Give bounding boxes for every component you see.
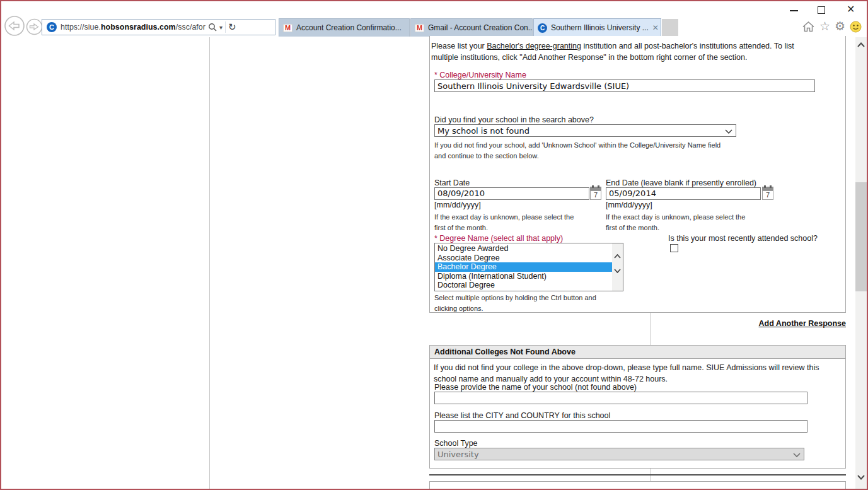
close-tab-icon[interactable]: ✕ [649, 23, 659, 32]
listbox-scrollbar[interactable] [612, 243, 623, 291]
home-icon[interactable] [802, 20, 815, 33]
feedback-smiley-icon[interactable] [850, 21, 862, 33]
start-date-help: If the exact day is unknown, please sele… [434, 212, 576, 233]
tab-label: Account Creation Confirmatio... [296, 23, 402, 32]
radius-icon: C [538, 23, 547, 33]
gmail-icon: M [415, 24, 424, 32]
page-scrollbar[interactable] [855, 37, 867, 489]
end-date-input[interactable]: 05/09/2014 [606, 187, 761, 200]
end-date-format: [mm/dd/yyyy] [606, 201, 652, 209]
calendar-icon[interactable]: 7 [762, 185, 773, 201]
degree-option[interactable]: No Degree Awarded [435, 244, 612, 254]
settings-gear-icon[interactable]: ⚙ [835, 20, 845, 33]
navigation-bar: C https://siue.hobsonsradius.com/ssc/afo… [1, 18, 867, 37]
calendar-day: 7 [762, 190, 773, 200]
calendar-day: 7 [590, 190, 601, 200]
minimize-button[interactable] [790, 10, 798, 11]
degree-option[interactable]: Bachelor Degree [435, 262, 612, 272]
school-found-value: My school is not found [437, 126, 529, 136]
chevron-down-icon [793, 453, 801, 457]
scrollbar-thumb[interactable] [855, 182, 867, 291]
school-type-value: University [437, 450, 479, 459]
scroll-down-icon[interactable] [857, 475, 865, 480]
page-content: Please list your Bachelor's degree-grant… [1, 37, 855, 490]
school-found-label: Did you find your school in the search a… [434, 115, 594, 124]
url-text[interactable]: https://siue.hobsonsradius.com/ssc/aform… [61, 23, 205, 32]
new-tab-button[interactable] [662, 19, 678, 36]
address-divider [225, 21, 226, 33]
section-divider [429, 474, 846, 475]
school-name-label: Please provide the name of your school (… [434, 383, 637, 392]
end-date-help: If the exact day is unknown, please sele… [606, 212, 748, 233]
college-name-label: * College/University Name [434, 71, 526, 79]
site-favicon: C [47, 22, 57, 32]
autocomplete-dropdown-icon[interactable]: ▾ [219, 24, 223, 31]
degree-option[interactable]: Associate Degree [435, 254, 612, 263]
recent-school-checkbox[interactable] [670, 244, 678, 252]
scroll-up-icon[interactable] [857, 42, 865, 47]
address-bar[interactable]: C https://siue.hobsonsradius.com/ssc/afo… [42, 19, 275, 35]
start-date-input[interactable]: 08/09/2010 [434, 187, 589, 200]
degree-option[interactable]: Doctoral Degree [435, 281, 612, 290]
recent-school-label: Is this your most recently attended scho… [668, 234, 818, 243]
tab-account-creation-confirmation[interactable]: M Account Creation Confirmatio... [279, 18, 410, 37]
college-name-input[interactable] [434, 79, 815, 92]
forward-icon[interactable] [26, 18, 43, 35]
maximize-button[interactable] [818, 6, 825, 14]
back-icon[interactable] [4, 15, 25, 37]
chevron-down-icon [725, 129, 732, 134]
degree-option[interactable]: Diploma (International Student) [435, 272, 612, 281]
school-name-input[interactable] [434, 392, 807, 404]
form-column: Please list your Bachelor's degree-grant… [209, 37, 651, 490]
gmail-icon: M [283, 24, 292, 32]
end-date-label: End Date (leave blank if presently enrol… [606, 178, 756, 187]
browser-window: ✕ C https://siue.hobsonsradius.com/ssc/a… [0, 0, 868, 490]
section-header: Additional Colleges Not Found Above [430, 346, 845, 359]
start-date-label: Start Date [434, 178, 470, 187]
tab-southern-illinois-university[interactable]: C Southern Illinois University ... ✕ [533, 18, 661, 37]
degree-name-label: * Degree Name (select all that apply) [434, 234, 563, 243]
section-body-text: If you did not find your college in the … [434, 363, 840, 385]
calendar-icon[interactable]: 7 [590, 185, 601, 201]
school-found-help: If you did not find your school, add 'Un… [434, 140, 721, 161]
school-found-select[interactable]: My school is not found [434, 124, 736, 137]
favorites-star-icon[interactable]: ☆ [819, 20, 830, 33]
scroll-up-icon[interactable] [614, 254, 621, 259]
multiselect-help: Select multiple options by holding the C… [434, 293, 620, 314]
add-another-response-link[interactable]: Add Another Response [657, 319, 846, 328]
tab-label: Gmail - Account Creation Con... [428, 23, 533, 32]
next-section-box [429, 481, 846, 490]
refresh-icon[interactable]: ↻ [228, 21, 236, 33]
browser-toolbar-icons: ☆ ⚙ [802, 20, 862, 33]
section-intro-text: Please list your Bachelor's degree-grant… [431, 41, 819, 63]
close-window-button[interactable]: ✕ [847, 3, 855, 15]
degree-multiselect[interactable]: No Degree Awarded Associate Degree Bache… [434, 243, 623, 291]
title-bar: ✕ [1, 1, 867, 18]
school-type-select[interactable]: University [434, 448, 804, 460]
tab-label: Southern Illinois University ... [551, 23, 649, 32]
search-icon[interactable] [208, 23, 217, 32]
scroll-down-icon[interactable] [614, 269, 621, 273]
degree-options: No Degree Awarded Associate Degree Bache… [435, 244, 612, 290]
city-country-label: Please list the CITY and COUNTRY for thi… [434, 411, 610, 420]
tab-gmail-account-creation[interactable]: M Gmail - Account Creation Con... [410, 18, 533, 37]
city-country-input[interactable] [434, 420, 807, 433]
school-type-label: School Type [434, 439, 478, 448]
start-date-format: [mm/dd/yyyy] [434, 201, 481, 209]
